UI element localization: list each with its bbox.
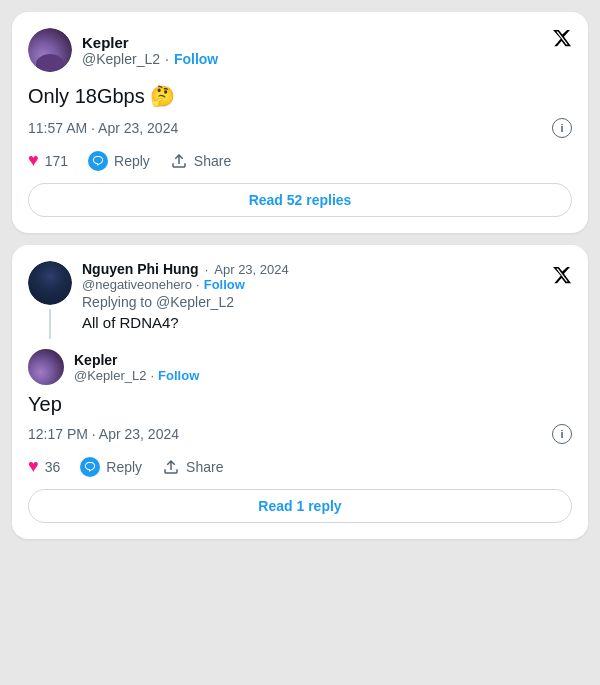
nguyen-handle: @negativeonehero xyxy=(82,277,192,292)
kepler-reply-info: Kepler @Kepler_L2 · Follow xyxy=(74,352,199,383)
thread-user-row: Nguyen Phi Hung · Apr 23, 2024 @negative… xyxy=(28,261,544,339)
nguyen-name-row: Nguyen Phi Hung · Apr 23, 2024 xyxy=(82,261,544,277)
reply-label-2: Reply xyxy=(106,459,142,475)
likes-count-2: 36 xyxy=(45,459,61,475)
nguyen-display-name[interactable]: Nguyen Phi Hung xyxy=(82,261,199,277)
x-logo[interactable] xyxy=(552,28,572,52)
avatar[interactable] xyxy=(28,28,72,72)
reply-button-2[interactable]: Reply xyxy=(80,457,142,477)
reply-text: All of RDNA4? xyxy=(82,314,544,331)
reply-label: Reply xyxy=(114,153,150,169)
tweet2-timestamp: 12:17 PM · Apr 23, 2024 i xyxy=(28,424,572,444)
info-icon[interactable]: i xyxy=(552,118,572,138)
heart-icon-2: ♥ xyxy=(28,456,39,477)
card1-header: Kepler @Kepler_L2 · Follow xyxy=(28,28,572,72)
user-info: Kepler @Kepler_L2 · Follow xyxy=(82,34,552,67)
thread-left xyxy=(28,261,72,339)
tweet-timestamp: 11:57 AM · Apr 23, 2024 i xyxy=(28,118,572,138)
reply-date-val: Apr 23, 2024 xyxy=(214,262,288,277)
tweet-card-1: Kepler @Kepler_L2 · Follow Only 18Gbps 🤔… xyxy=(12,12,588,233)
actions-row-2: ♥ 36 Reply Share xyxy=(28,456,572,477)
likes-count: 171 xyxy=(45,153,68,169)
share-label: Share xyxy=(194,153,231,169)
kepler-reply-row: Kepler @Kepler_L2 · Follow xyxy=(28,349,544,385)
share-button[interactable]: Share xyxy=(170,152,231,170)
read-replies-button[interactable]: Read 52 replies xyxy=(28,183,572,217)
heart-icon: ♥ xyxy=(28,150,39,171)
replying-to: Replying to @Kepler_L2 xyxy=(82,294,544,310)
kepler-handle: @Kepler_L2 xyxy=(74,368,146,383)
x-logo-2[interactable] xyxy=(552,265,572,289)
share-button-2[interactable]: Share xyxy=(162,458,223,476)
nguyen-user-info: Nguyen Phi Hung · Apr 23, 2024 @negative… xyxy=(82,261,544,331)
thread-line xyxy=(49,309,51,339)
nguyen-handle-row: @negativeonehero · Follow xyxy=(82,277,544,292)
kepler-reply-handle-row: @Kepler_L2 · Follow xyxy=(74,368,199,383)
tweet-text: Only 18Gbps 🤔 xyxy=(28,82,572,110)
tweet-card-2: Nguyen Phi Hung · Apr 23, 2024 @negative… xyxy=(12,245,588,539)
follow-button-kepler2[interactable]: Follow xyxy=(158,368,199,383)
actions-row: ♥ 171 Reply Share xyxy=(28,150,572,171)
kepler-small-avatar[interactable] xyxy=(28,349,64,385)
like-button-2[interactable]: ♥ 36 xyxy=(28,456,60,477)
follow-button-nguyen[interactable]: Follow xyxy=(204,277,245,292)
nguyen-avatar[interactable] xyxy=(28,261,72,305)
reply-date: · xyxy=(205,262,209,277)
reply-button[interactable]: Reply xyxy=(88,151,150,171)
read-replies-button-2[interactable]: Read 1 reply xyxy=(28,489,572,523)
handle-row: @Kepler_L2 · Follow xyxy=(82,51,552,67)
share-label-2: Share xyxy=(186,459,223,475)
reply-bubble-icon-2 xyxy=(80,457,100,477)
display-name[interactable]: Kepler xyxy=(82,34,552,51)
follow-button-1[interactable]: Follow xyxy=(174,51,218,67)
yep-text: Yep xyxy=(28,393,572,416)
kepler-reply-name[interactable]: Kepler xyxy=(74,352,199,368)
info-icon-2[interactable]: i xyxy=(552,424,572,444)
thread-reply-section: Nguyen Phi Hung · Apr 23, 2024 @negative… xyxy=(28,261,544,339)
reply-bubble-icon xyxy=(88,151,108,171)
handle: @Kepler_L2 xyxy=(82,51,160,67)
like-button[interactable]: ♥ 171 xyxy=(28,150,68,171)
